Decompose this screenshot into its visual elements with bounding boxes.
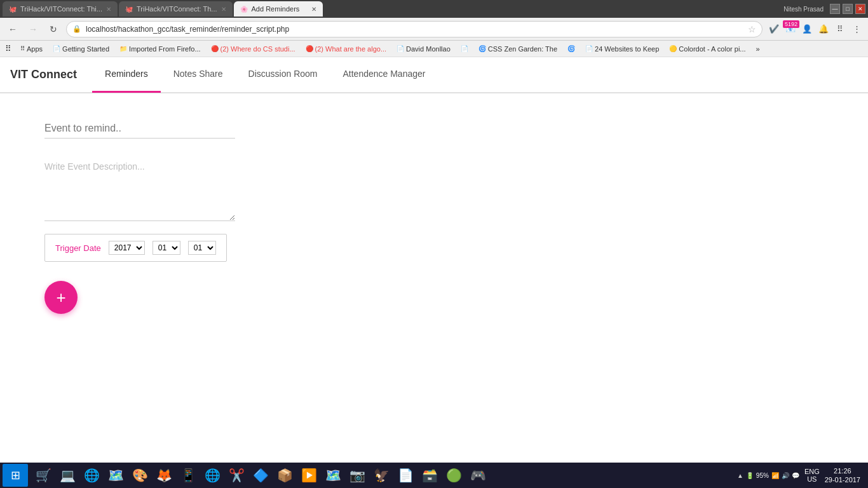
bookmark-david-label: David Monllao bbox=[406, 45, 451, 53]
bookmark-blank2[interactable]: 🌀 bbox=[564, 44, 579, 53]
bookmark-colordot[interactable]: 🟡 Colordot - A color pi... bbox=[665, 44, 749, 54]
year-select[interactable]: 2017 2018 2019 2020 bbox=[109, 241, 145, 255]
bookmark-cs1[interactable]: 🔴 (2) Where do CS studi... bbox=[207, 44, 299, 54]
bookmark-css[interactable]: 🌀 CSS Zen Garden: The bbox=[475, 44, 561, 54]
bookmark-colordot-icon: 🟡 bbox=[669, 45, 677, 52]
nav-tab-discussion-label: Discussion Room bbox=[248, 69, 318, 79]
tab-1-label: TriHack/VITConnect: Thi... bbox=[20, 5, 102, 13]
bookmark-blank1[interactable]: 📄 bbox=[457, 44, 472, 53]
window-controls: Nitesh Prasad — □ ✕ bbox=[783, 4, 865, 14]
window-user: Nitesh Prasad bbox=[783, 6, 824, 13]
bookmark-apps[interactable]: ⠿ Apps bbox=[17, 44, 46, 54]
bookmark-css-label: CSS Zen Garden: The bbox=[488, 45, 557, 53]
bookmark-blank2-icon: 🌀 bbox=[567, 45, 575, 52]
user-icon[interactable]: 👤 bbox=[801, 23, 813, 36]
notification-icon[interactable]: 🔔 bbox=[817, 23, 830, 36]
trigger-date-box: Trigger Date 2017 2018 2019 2020 01 02 0… bbox=[44, 234, 227, 262]
nav-tab-reminders-label: Reminders bbox=[105, 69, 148, 79]
bookmark-24-icon: 📄 bbox=[585, 45, 593, 52]
tab-3-label: Add Reminders bbox=[252, 5, 300, 13]
trigger-date-label: Trigger Date bbox=[55, 243, 101, 253]
tab-1-icon: 🐙 bbox=[9, 6, 17, 13]
day-select[interactable]: 01 02 03 04 05 10 15 20 25 31 bbox=[188, 241, 216, 255]
bookmark-gs-icon: 📄 bbox=[53, 45, 60, 52]
add-icon: + bbox=[56, 288, 65, 308]
bookmark-cs2-label: (2) What are the algo... bbox=[315, 45, 387, 53]
browser-tab-1[interactable]: 🐙 TriHack/VITConnect: Thi... ✕ bbox=[3, 1, 118, 17]
event-title-input[interactable] bbox=[44, 119, 235, 139]
bookmark-cs2[interactable]: 🔴 (2) What are the algo... bbox=[302, 44, 391, 54]
month-select[interactable]: 01 02 03 04 05 06 07 08 09 10 11 12 bbox=[153, 241, 180, 255]
main-content: Trigger Date 2017 2018 2019 2020 01 02 0… bbox=[0, 93, 868, 398]
close-button[interactable]: ✕ bbox=[855, 4, 865, 14]
bookmark-blank1-icon: 📄 bbox=[461, 45, 468, 52]
nav-tab-attendence[interactable]: Attendence Manager bbox=[330, 57, 438, 93]
tab-1-close[interactable]: ✕ bbox=[106, 6, 111, 13]
nav-tab-discussion-room[interactable]: Discussion Room bbox=[236, 57, 330, 93]
tab-2-close[interactable]: ✕ bbox=[221, 6, 226, 13]
apps-grid-icon[interactable]: ⠿ bbox=[834, 23, 846, 36]
bookmark-imported-label: Imported From Firefo... bbox=[129, 45, 200, 53]
bookmark-more[interactable]: » bbox=[752, 44, 764, 54]
bookmark-more-icon: » bbox=[756, 45, 760, 53]
bookmark-cs1-icon: 🔴 bbox=[211, 45, 219, 52]
bookmark-colordot-label: Colordot - A color pi... bbox=[679, 45, 745, 53]
forward-button[interactable]: → bbox=[25, 22, 41, 37]
tab-2-icon: 🐙 bbox=[125, 6, 133, 13]
browser-tab-2[interactable]: 🐙 TriHack/VITConnect: Th... ✕ bbox=[119, 1, 233, 17]
address-bar: ← → ↻ 🔒 ☆ ✔️ 📧 5192 👤 🔔 ⠿ ⋮ bbox=[0, 18, 868, 41]
bookmark-imported-icon: 📁 bbox=[119, 45, 127, 52]
tab-2-label: TriHack/VITConnect: Th... bbox=[137, 5, 217, 13]
bookmark-24-label: 24 Websites to Keep bbox=[595, 45, 659, 53]
email-badge: 5192 bbox=[783, 20, 799, 28]
tab-3-icon: 🌸 bbox=[240, 6, 248, 13]
url-input[interactable] bbox=[66, 21, 763, 37]
bookmarks-bar: ⠿ ⠿ Apps 📄 Getting Started 📁 Imported Fr… bbox=[0, 41, 868, 57]
browser-toolbar-icons: ✔️ 📧 5192 👤 🔔 ⠿ ⋮ bbox=[768, 23, 863, 36]
add-reminder-button[interactable]: + bbox=[44, 281, 78, 314]
back-button[interactable]: ← bbox=[5, 22, 20, 37]
bookmark-apps-label: Apps bbox=[27, 45, 43, 53]
minimize-button[interactable]: — bbox=[830, 4, 840, 14]
bookmark-cs2-icon: 🔴 bbox=[306, 45, 313, 52]
bookmark-css-icon: 🌀 bbox=[478, 45, 486, 52]
nav-tab-notes-label: Notes Share bbox=[173, 69, 223, 79]
lock-icon: 🔒 bbox=[72, 25, 81, 33]
event-description-textarea[interactable] bbox=[44, 158, 235, 221]
app-logo: VIT Connect bbox=[10, 68, 77, 81]
email-icon[interactable]: 📧 5192 bbox=[784, 23, 797, 36]
maximize-button[interactable]: □ bbox=[843, 4, 853, 14]
bookmark-24[interactable]: 📄 24 Websites to Keep bbox=[581, 44, 663, 54]
menu-icon[interactable]: ⋮ bbox=[850, 23, 863, 36]
nav-tab-reminders[interactable]: Reminders bbox=[92, 57, 161, 93]
title-bar: 🐙 TriHack/VITConnect: Thi... ✕ 🐙 TriHack… bbox=[0, 0, 868, 18]
nav-tab-attendence-label: Attendence Manager bbox=[342, 69, 425, 79]
extensions-icon[interactable]: ✔️ bbox=[768, 23, 780, 36]
app-nav: VIT Connect Reminders Notes Share Discus… bbox=[0, 57, 868, 93]
bookmark-imported[interactable]: 📁 Imported From Firefo... bbox=[116, 44, 204, 54]
tab-3-close[interactable]: ✕ bbox=[311, 6, 316, 13]
nav-tab-notes-share[interactable]: Notes Share bbox=[161, 57, 236, 93]
bookmark-apps-icon: ⠿ bbox=[20, 45, 25, 52]
reload-button[interactable]: ↻ bbox=[46, 22, 61, 37]
bookmark-gs-label: Getting Started bbox=[62, 45, 109, 53]
apps-grid-bm-icon: ⠿ bbox=[5, 44, 11, 53]
app-content: VIT Connect Reminders Notes Share Discus… bbox=[0, 57, 868, 398]
browser-tab-3[interactable]: 🌸 Add Reminders ✕ bbox=[234, 1, 323, 17]
url-bar-wrapper: 🔒 ☆ bbox=[66, 21, 763, 37]
bookmark-star-icon[interactable]: ☆ bbox=[748, 24, 756, 34]
bookmark-getting-started[interactable]: 📄 Getting Started bbox=[49, 44, 113, 54]
bookmark-david[interactable]: 📄 David Monllao bbox=[393, 44, 454, 54]
bookmark-david-icon: 📄 bbox=[397, 45, 404, 52]
bookmark-cs1-label: (2) Where do CS studi... bbox=[220, 45, 295, 53]
